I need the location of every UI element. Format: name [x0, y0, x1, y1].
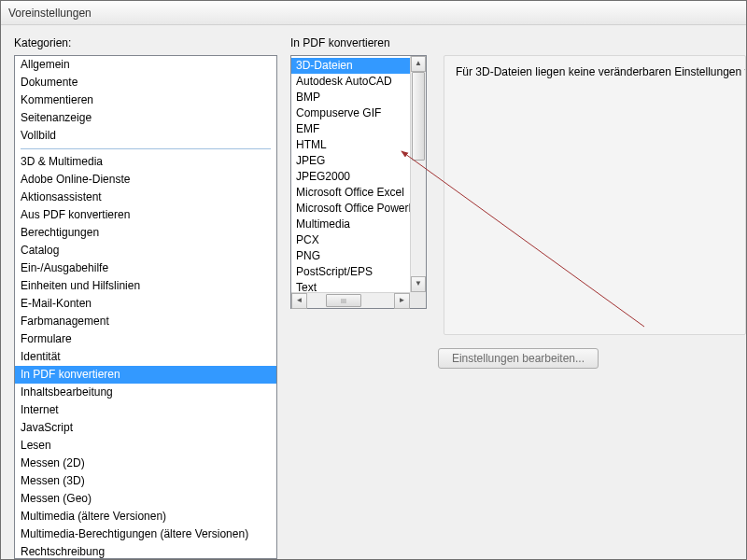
scroll-thumb-vertical[interactable] [412, 72, 425, 161]
category-item[interactable]: Rechtschreibung [15, 543, 276, 559]
categories-listbox[interactable]: AllgemeinDokumenteKommentierenSeitenanze… [14, 55, 277, 559]
filetype-item[interactable]: BMP [291, 90, 410, 105]
filetype-item[interactable]: EMF [291, 121, 410, 137]
category-item[interactable]: Vollbild [15, 127, 276, 145]
category-item[interactable]: 3D & Multimedia [15, 153, 276, 171]
category-item[interactable]: E-Mail-Konten [15, 295, 276, 313]
filetype-items: 3D-DateienAutodesk AutoCADBMPCompuserve … [291, 56, 410, 292]
filetype-item[interactable]: Multimedia [291, 217, 410, 232]
category-item[interactable]: JavaScript [15, 419, 276, 437]
category-item[interactable]: Einheiten und Hilfslinien [15, 277, 276, 295]
scroll-down-button[interactable]: ▼ [411, 276, 426, 292]
filetype-wrap: 3D-DateienAutodesk AutoCADBMPCompuserve … [290, 55, 427, 309]
filetype-listbox[interactable]: 3D-DateienAutodesk AutoCADBMPCompuserve … [290, 55, 427, 309]
titlebar: Voreinstellungen [1, 1, 746, 25]
category-item[interactable]: Multimedia (ältere Versionen) [15, 508, 276, 525]
horizontal-scrollbar[interactable]: ◄ III ► [291, 292, 410, 308]
filetype-item[interactable]: PCX [291, 232, 410, 248]
category-item[interactable]: Multimedia-Berechtigungen (ältere Versio… [15, 525, 276, 543]
vertical-scrollbar[interactable]: ▲ ▼ [410, 56, 426, 292]
filetype-item[interactable]: JPEG [291, 153, 410, 169]
scroll-track-horizontal[interactable]: III [307, 293, 394, 308]
settings-pane: In PDF konvertieren 3D-DateienAutodesk A… [290, 36, 746, 559]
category-item[interactable]: Dokumente [15, 74, 276, 91]
filetype-item[interactable]: JPEG2000 [291, 169, 410, 185]
preferences-dialog: Voreinstellungen Kategorien: AllgemeinDo… [0, 0, 747, 560]
category-item[interactable]: Messen (3D) [15, 472, 276, 490]
filetype-item[interactable]: Autodesk AutoCAD [291, 74, 410, 90]
category-item[interactable]: Messen (Geo) [15, 490, 276, 508]
category-item[interactable]: Internet [15, 401, 276, 419]
convert-label: In PDF konvertieren [290, 36, 746, 49]
scroll-corner [410, 292, 426, 308]
category-item[interactable]: Allgemein [15, 56, 276, 74]
scroll-thumb-horizontal[interactable]: III [326, 294, 361, 307]
category-item[interactable]: Identität [15, 348, 276, 366]
filetype-item[interactable]: 3D-Dateien [291, 58, 410, 74]
category-item[interactable]: Inhaltsbearbeitung [15, 384, 276, 401]
category-item[interactable]: Formulare [15, 330, 276, 348]
settings-row: 3D-DateienAutodesk AutoCADBMPCompuserve … [290, 55, 746, 335]
category-item[interactable]: In PDF konvertieren [15, 366, 276, 384]
filetype-item[interactable]: PNG [291, 248, 410, 264]
category-item[interactable]: Ein-/Ausgabehilfe [15, 259, 276, 277]
scroll-left-button[interactable]: ◄ [291, 293, 307, 309]
dialog-content: Kategorien: AllgemeinDokumenteKommentier… [1, 25, 746, 559]
settings-message: Für 3D-Dateien liegen keine veränderbare… [456, 65, 734, 78]
category-item[interactable]: Lesen [15, 437, 276, 455]
edit-settings-button[interactable]: Einstellungen bearbeiten... [438, 348, 599, 369]
filetype-settings-panel: Für 3D-Dateien liegen keine veränderbare… [444, 55, 746, 335]
category-item[interactable]: Kommentieren [15, 91, 276, 109]
scroll-right-button[interactable]: ► [394, 293, 410, 309]
categories-pane: Kategorien: AllgemeinDokumenteKommentier… [14, 36, 277, 559]
category-item[interactable]: Aktionsassistent [15, 189, 276, 206]
category-item[interactable]: Aus PDF konvertieren [15, 206, 276, 224]
category-item[interactable]: Berechtigungen [15, 224, 276, 242]
category-item[interactable]: Messen (2D) [15, 455, 276, 472]
filetype-item[interactable]: Microsoft Office PowerPoint [291, 201, 410, 217]
category-item[interactable]: Adobe Online-Dienste [15, 171, 276, 189]
scroll-up-button[interactable]: ▲ [411, 56, 426, 72]
category-item[interactable]: Seitenanzeige [15, 109, 276, 127]
window-title: Voreinstellungen [8, 7, 92, 20]
filetype-item[interactable]: HTML [291, 137, 410, 153]
filetype-item[interactable]: Text [291, 280, 410, 292]
category-item[interactable]: Catalog [15, 242, 276, 259]
category-item[interactable]: Farbmanagement [15, 313, 276, 330]
category-separator [21, 148, 271, 149]
filetype-item[interactable]: Microsoft Office Excel [291, 185, 410, 201]
categories-label: Kategorien: [14, 36, 277, 49]
scroll-track-vertical[interactable] [411, 72, 426, 276]
filetype-item[interactable]: Compuserve GIF [291, 105, 410, 121]
filetype-item[interactable]: PostScript/EPS [291, 264, 410, 280]
